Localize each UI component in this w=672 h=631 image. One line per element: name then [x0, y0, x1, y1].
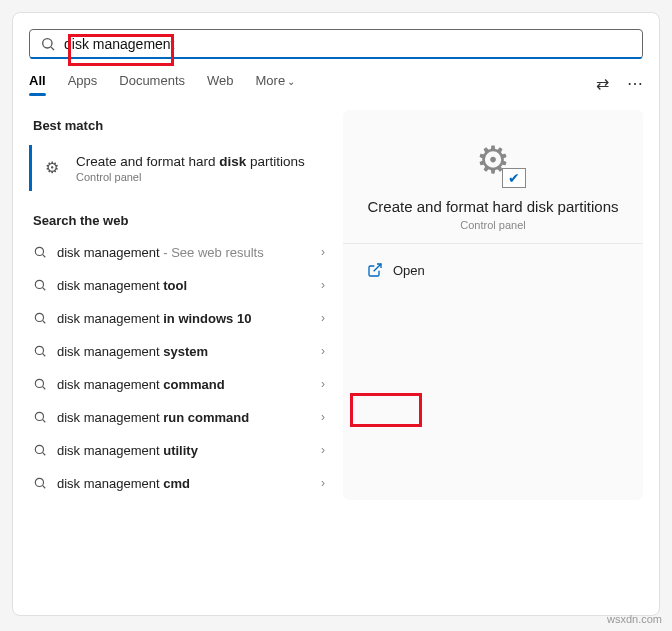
- web-result-text: disk management in windows 10: [57, 311, 311, 326]
- web-results-list: disk management - See web results›disk m…: [29, 236, 329, 500]
- web-result-item[interactable]: disk management - See web results›: [29, 236, 329, 269]
- watermark: wsxdn.com: [607, 613, 662, 625]
- web-result-text: disk management cmd: [57, 476, 311, 491]
- search-window: All Apps Documents Web More⌄ ⇄ ⋯ Best ma…: [12, 12, 660, 616]
- chevron-right-icon: ›: [321, 476, 325, 490]
- search-icon: [33, 311, 47, 325]
- web-result-item[interactable]: disk management utility›: [29, 434, 329, 467]
- check-badge-icon: ✔: [502, 168, 526, 188]
- web-result-item[interactable]: disk management in windows 10›: [29, 302, 329, 335]
- best-match-item[interactable]: ⚙ Create and format hard disk partitions…: [29, 145, 329, 191]
- chevron-right-icon: ›: [321, 311, 325, 325]
- search-icon: [33, 443, 47, 457]
- svg-point-8: [35, 346, 43, 354]
- svg-line-17: [43, 486, 46, 489]
- web-result-item[interactable]: disk management run command›: [29, 401, 329, 434]
- search-input[interactable]: [64, 36, 632, 52]
- search-web-heading: Search the web: [29, 205, 329, 236]
- tab-more[interactable]: More⌄: [256, 73, 296, 94]
- web-result-text: disk management tool: [57, 278, 311, 293]
- web-result-text: disk management run command: [57, 410, 311, 425]
- detail-pane: ⚙ ✔ Create and format hard disk partitio…: [343, 110, 643, 500]
- chevron-right-icon: ›: [321, 377, 325, 391]
- web-result-item[interactable]: disk management system›: [29, 335, 329, 368]
- web-result-item[interactable]: disk management cmd›: [29, 467, 329, 500]
- web-result-item[interactable]: disk management tool›: [29, 269, 329, 302]
- chevron-right-icon: ›: [321, 278, 325, 292]
- external-link-icon: [367, 262, 383, 278]
- web-result-text: disk management utility: [57, 443, 311, 458]
- search-icon: [33, 476, 47, 490]
- web-result-text: disk management - See web results: [57, 245, 311, 260]
- chevron-right-icon: ›: [321, 443, 325, 457]
- tab-all[interactable]: All: [29, 73, 46, 94]
- chevron-right-icon: ›: [321, 410, 325, 424]
- search-icon: [40, 36, 56, 52]
- best-match-title: Create and format hard disk partitions: [76, 153, 305, 171]
- svg-point-16: [35, 478, 43, 486]
- web-result-item[interactable]: disk management command›: [29, 368, 329, 401]
- chevron-right-icon: ›: [321, 245, 325, 259]
- chevron-right-icon: ›: [321, 344, 325, 358]
- app-icon: ⚙ ✔: [470, 138, 516, 184]
- svg-point-4: [35, 280, 43, 288]
- svg-point-14: [35, 445, 43, 453]
- search-bar[interactable]: [29, 29, 643, 59]
- svg-point-0: [43, 39, 52, 48]
- svg-point-2: [35, 247, 43, 255]
- svg-line-11: [43, 387, 46, 390]
- open-button[interactable]: Open: [353, 252, 633, 288]
- svg-line-18: [374, 264, 381, 271]
- filter-tabs: All Apps Documents Web More⌄ ⇄ ⋯: [13, 59, 659, 102]
- share-icon[interactable]: ⇄: [596, 74, 609, 93]
- svg-line-3: [43, 255, 46, 258]
- svg-line-13: [43, 420, 46, 423]
- overflow-icon[interactable]: ⋯: [627, 74, 643, 93]
- svg-line-7: [43, 321, 46, 324]
- search-icon: [33, 245, 47, 259]
- best-match-heading: Best match: [29, 110, 329, 141]
- results-pane: Best match ⚙ Create and format hard disk…: [29, 110, 329, 500]
- web-result-text: disk management command: [57, 377, 311, 392]
- search-icon: [33, 377, 47, 391]
- svg-line-5: [43, 288, 46, 291]
- tab-documents[interactable]: Documents: [119, 73, 185, 94]
- search-icon: [33, 278, 47, 292]
- svg-line-9: [43, 354, 46, 357]
- search-icon: [33, 410, 47, 424]
- search-icon: [33, 344, 47, 358]
- gear-icon: ⚙: [38, 158, 66, 177]
- chevron-down-icon: ⌄: [287, 76, 295, 87]
- open-label: Open: [393, 263, 425, 278]
- svg-point-12: [35, 412, 43, 420]
- web-result-text: disk management system: [57, 344, 311, 359]
- tab-web[interactable]: Web: [207, 73, 234, 94]
- detail-subtitle: Control panel: [353, 219, 633, 231]
- svg-point-10: [35, 379, 43, 387]
- svg-line-15: [43, 453, 46, 456]
- best-match-subtitle: Control panel: [76, 171, 305, 183]
- svg-line-1: [51, 47, 54, 50]
- svg-point-6: [35, 313, 43, 321]
- detail-title: Create and format hard disk partitions: [353, 198, 633, 215]
- tab-apps[interactable]: Apps: [68, 73, 98, 94]
